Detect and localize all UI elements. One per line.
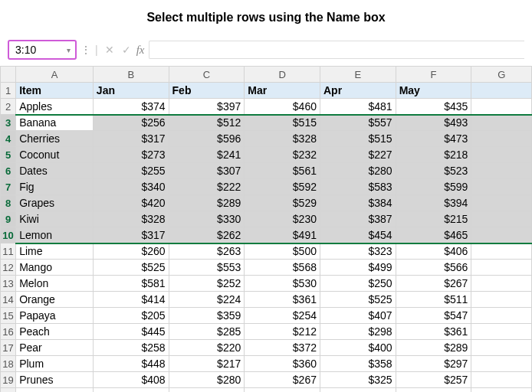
cell-blank[interactable]: [471, 388, 532, 393]
cell[interactable]: $407: [320, 308, 396, 324]
cell-blank[interactable]: [471, 163, 532, 179]
cell[interactable]: $581: [93, 276, 169, 292]
cell[interactable]: $227: [320, 147, 396, 163]
cell[interactable]: $394: [396, 195, 471, 211]
row-header[interactable]: 20: [1, 388, 16, 393]
cell[interactable]: Papaya: [16, 308, 94, 324]
cell[interactable]: $530: [245, 276, 320, 292]
cell-blank[interactable]: [471, 356, 532, 372]
row-header[interactable]: 11: [1, 243, 16, 260]
cell[interactable]: Dates: [16, 163, 94, 179]
enter-icon[interactable]: ✓: [120, 44, 133, 56]
cell[interactable]: $230: [245, 211, 320, 227]
row-header[interactable]: 10: [1, 227, 16, 243]
cell[interactable]: $317: [93, 227, 169, 243]
cell[interactable]: $361: [396, 324, 471, 340]
cell[interactable]: Mango: [16, 260, 94, 276]
row-header[interactable]: 6: [1, 163, 16, 179]
cell[interactable]: $400: [320, 340, 396, 356]
cell[interactable]: $525: [320, 292, 396, 308]
cell[interactable]: Plum: [16, 356, 94, 372]
cell[interactable]: $414: [93, 292, 169, 308]
cell[interactable]: $547: [396, 308, 471, 324]
cell[interactable]: $481: [320, 99, 396, 115]
cell[interactable]: $317: [93, 131, 169, 147]
select-all-corner[interactable]: [1, 67, 16, 83]
column-header-G[interactable]: G: [471, 67, 532, 83]
row-header[interactable]: 1: [1, 83, 16, 99]
cell[interactable]: $241: [169, 147, 245, 163]
row-header[interactable]: 13: [1, 276, 16, 292]
cell[interactable]: $408: [93, 372, 169, 388]
cell[interactable]: $473: [396, 131, 471, 147]
cell[interactable]: Lemon: [16, 227, 94, 243]
header-cell[interactable]: Apr: [320, 83, 396, 99]
header-cell[interactable]: Feb: [169, 83, 245, 99]
cell[interactable]: $280: [320, 163, 396, 179]
cell[interactable]: $384: [320, 195, 396, 211]
row-header[interactable]: 19: [1, 372, 16, 388]
name-box-input[interactable]: [14, 43, 60, 57]
cell[interactable]: $330: [169, 211, 245, 227]
cell[interactable]: $372: [245, 340, 320, 356]
row-header[interactable]: 18: [1, 356, 16, 372]
cell[interactable]: $511: [396, 292, 471, 308]
cell[interactable]: $360: [245, 356, 320, 372]
cell[interactable]: $525: [93, 260, 169, 276]
cell[interactable]: [396, 388, 471, 393]
cell[interactable]: $205: [93, 308, 169, 324]
cell[interactable]: $297: [396, 356, 471, 372]
header-cell[interactable]: May: [396, 83, 471, 99]
cell[interactable]: $255: [93, 163, 169, 179]
column-header-F[interactable]: F: [396, 67, 471, 83]
cell[interactable]: $289: [396, 340, 471, 356]
cell-blank[interactable]: [471, 372, 532, 388]
cell-blank[interactable]: [471, 131, 532, 147]
cell[interactable]: $460: [245, 99, 320, 115]
cell[interactable]: $557: [320, 115, 396, 131]
cell[interactable]: $529: [245, 195, 320, 211]
fx-icon[interactable]: fx: [136, 44, 145, 57]
cell[interactable]: $289: [169, 195, 245, 211]
cell-blank[interactable]: [471, 324, 532, 340]
cell[interactable]: $500: [245, 243, 320, 260]
column-header-D[interactable]: D: [245, 67, 320, 83]
cell[interactable]: $515: [320, 131, 396, 147]
cell[interactable]: $596: [169, 131, 245, 147]
header-cell[interactable]: Item: [16, 83, 94, 99]
cell-blank[interactable]: [471, 115, 532, 131]
cell[interactable]: $307: [169, 163, 245, 179]
cell[interactable]: Fig: [16, 179, 94, 195]
cell[interactable]: $374: [93, 99, 169, 115]
cell[interactable]: $222: [169, 179, 245, 195]
cell-blank[interactable]: [471, 260, 532, 276]
spreadsheet-grid[interactable]: ABCDEFG 1ItemJanFebMarAprMay2Apples$374$…: [0, 66, 532, 392]
cell[interactable]: $215: [396, 211, 471, 227]
cell[interactable]: $328: [245, 131, 320, 147]
row-header[interactable]: 14: [1, 292, 16, 308]
cell[interactable]: $448: [93, 356, 169, 372]
cell-blank[interactable]: [471, 195, 532, 211]
cell[interactable]: $568: [245, 260, 320, 276]
cell[interactable]: $263: [169, 243, 245, 260]
cell[interactable]: $267: [396, 276, 471, 292]
cell[interactable]: $252: [169, 276, 245, 292]
cell-blank[interactable]: [471, 308, 532, 324]
header-cell[interactable]: Jan: [93, 83, 169, 99]
cell[interactable]: $325: [320, 372, 396, 388]
cell[interactable]: $260: [93, 243, 169, 260]
cell-blank[interactable]: [471, 211, 532, 227]
cell[interactable]: $323: [320, 243, 396, 260]
cell-blank[interactable]: [471, 340, 532, 356]
row-header[interactable]: 2: [1, 99, 16, 115]
cell[interactable]: Peach: [16, 324, 94, 340]
cell[interactable]: Orange: [16, 292, 94, 308]
row-header[interactable]: 15: [1, 308, 16, 324]
cell-blank[interactable]: [471, 292, 532, 308]
cancel-icon[interactable]: ✕: [103, 44, 117, 56]
cell[interactable]: $465: [396, 227, 471, 243]
column-header-B[interactable]: B: [93, 67, 169, 83]
cell-blank[interactable]: [471, 83, 532, 99]
row-header[interactable]: 3: [1, 115, 16, 131]
cell[interactable]: $298: [320, 324, 396, 340]
